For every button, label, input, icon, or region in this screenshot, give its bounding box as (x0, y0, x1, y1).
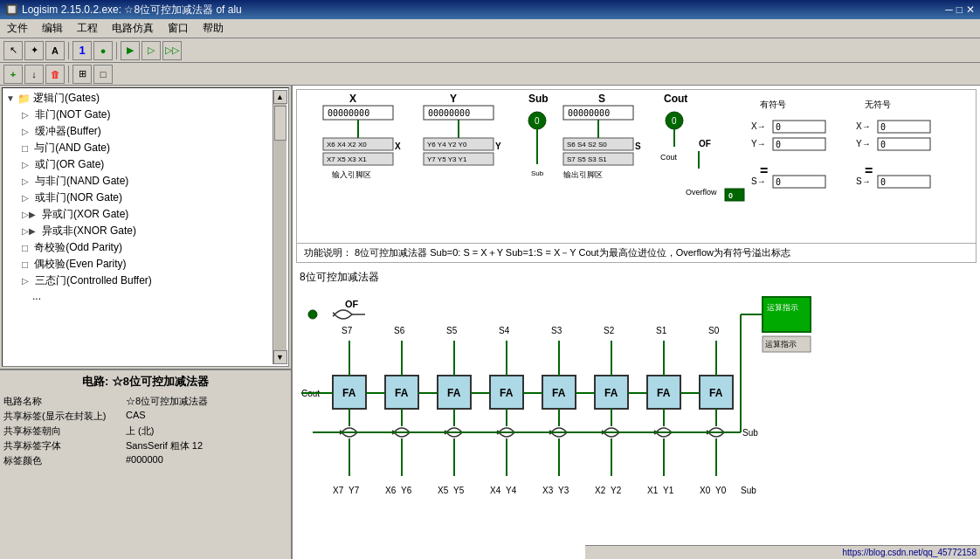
info-table: 电路名称 ☆8位可控加减法器 共享标签(显示在封装上) CAS 共享标签朝向 上… (3, 395, 287, 467)
circuit-info-title: 电路: ☆8位可控加减法器 (3, 374, 287, 390)
tool-text[interactable]: A (45, 41, 65, 60)
tree-item-not[interactable]: ▷ 非门(NOT Gate) (4, 107, 273, 123)
main-layout: ▼ 📁 逻辑门(Gates) ▷ 非门(NOT Gate) ▷ 缓冲器(Buff… (0, 86, 980, 559)
func-desc-text: 功能说明： 8位可控加减法器 Sub=0: S = X＋Y Sub=1:S = … (304, 247, 790, 258)
menu-file[interactable]: 文件 (3, 19, 31, 38)
info-label-0: 电路名称 (3, 395, 126, 408)
tree-item-and[interactable]: □ 与门(AND Gate) (4, 140, 273, 156)
tree-item-label-1: 缓冲器(Buffer) (35, 124, 101, 139)
circuit-title: 8位可控加减法器 (300, 270, 973, 285)
title-bar: 🔲 Logisim 2.15.0.2.exe: ☆8位可控加减法器 of alu… (0, 0, 980, 19)
x-pin-top: X6 X4 X2 X0 (327, 141, 367, 148)
fa5-label: FA (447, 387, 461, 399)
info-value-4: #000000 (126, 454, 163, 467)
close-btn[interactable]: ✕ (966, 3, 975, 16)
tree-root-icon: 📁 (17, 93, 31, 105)
s-label-right: S (635, 141, 641, 151)
bot-label-x7: X7 (333, 486, 344, 495)
btn-box[interactable]: □ (93, 65, 113, 84)
tree-item-tribuf[interactable]: ▷ 三态门(Controlled Buffer) (4, 273, 273, 289)
label-Cout: Cout (664, 93, 687, 105)
btn-delete[interactable]: 🗑 (45, 65, 65, 84)
menu-project[interactable]: 工程 (73, 19, 101, 38)
tool-input[interactable]: 1 (72, 41, 92, 60)
tree-item-xnor[interactable]: ▷▶ 异或非(XNOR Gate) (4, 223, 273, 239)
tool-pointer[interactable]: ↖ (3, 41, 23, 60)
main-circuit-container[interactable]: 8位可控加减法器 OF S7 S6 S5 S4 (296, 266, 977, 559)
scroll-track[interactable] (274, 104, 286, 350)
toolbar-1: ↖ ✦ A 1 ● ▶ ▷ ▷▷ (0, 38, 980, 63)
scroll-thumb[interactable] (274, 106, 286, 141)
bot-label-sub: Sub (741, 486, 756, 495)
top-diagram-svg: X 00000000 Y 00000000 Sub 0 S (297, 90, 961, 234)
tree-root[interactable]: ▼ 📁 逻辑门(Gates) (4, 90, 273, 107)
fa3-label: FA (552, 387, 566, 399)
func-desc: 功能说明： 8位可控加减法器 Sub=0: S = X＋Y Sub=1:S = … (297, 243, 976, 262)
fa4-label: FA (500, 387, 514, 399)
tree-root-label: 逻辑门(Gates) (33, 91, 100, 106)
tree-item-more[interactable]: ... (4, 289, 273, 303)
btn-add[interactable]: + (3, 65, 23, 84)
tree-item-xor[interactable]: ▷▶ 异或门(XOR Gate) (4, 206, 273, 223)
op-btn-label: 运算指示 (765, 340, 797, 349)
tree-item-nand[interactable]: ▷ 与非门(NAND Gate) (4, 173, 273, 190)
signed-label: 有符号 (760, 100, 786, 109)
menu-help[interactable]: 帮助 (199, 19, 227, 38)
info-label-1: 共享标签(显示在封装上) (3, 410, 126, 423)
label-S6: S6 (394, 326, 405, 335)
info-value-0: ☆8位可控加减法器 (126, 395, 208, 408)
tree-item-or[interactable]: ▷ 或门(OR Gate) (4, 156, 273, 173)
app-icon: 🔲 (5, 3, 18, 16)
sep-3 (68, 66, 69, 83)
tool-edit[interactable]: ✦ (24, 41, 44, 60)
tree-item-label-9: 偶校验(Even Parity) (34, 257, 126, 272)
label-S: S (598, 93, 605, 105)
tree-item-label-10: 三态门(Controlled Buffer) (35, 273, 152, 288)
tree-item-label-3: 或门(OR Gate) (35, 157, 104, 172)
tool-sim-3[interactable]: ▷▷ (162, 41, 182, 60)
tree-area[interactable]: ▼ 📁 逻辑门(Gates) ▷ 非门(NOT Gate) ▷ 缓冲器(Buff… (2, 87, 289, 367)
signed-x-val: 0 (776, 122, 781, 132)
unsigned-s-val: 0 (880, 177, 886, 187)
x-pin-bot: X7 X5 X3 X1 (327, 155, 367, 163)
tree-item-odd[interactable]: □ 奇校验(Odd Parity) (4, 239, 273, 256)
label-Sub: Sub (528, 93, 549, 105)
unsigned-y-val: 0 (880, 140, 886, 149)
tree-item-nor[interactable]: ▷ 或非门(NOR Gate) (4, 190, 273, 206)
btn-grid[interactable]: ⊞ (72, 65, 92, 84)
fa7-label: FA (342, 387, 356, 399)
status-url: https://blog.csdn.net/qq_45772158 (843, 548, 977, 557)
main-circuit-svg: OF S7 S6 S5 S4 S3 S2 S1 S0 (300, 288, 972, 559)
canvas-area[interactable]: X 00000000 Y 00000000 Sub 0 S (293, 86, 980, 559)
sep-1 (68, 42, 69, 59)
sep-2 (116, 42, 117, 59)
menu-edit[interactable]: 编辑 (38, 19, 66, 38)
info-row-2: 共享标签朝向 上 (北) (3, 424, 287, 438)
scroll-down[interactable]: ▼ (273, 350, 287, 364)
circuit-info-panel: 电路: ☆8位可控加减法器 电路名称 ☆8位可控加减法器 共享标签(显示在封装上… (0, 369, 291, 473)
scroll-up[interactable]: ▲ (273, 90, 287, 104)
tree-item-label-6: 异或门(XOR Gate) (42, 207, 128, 222)
output-pin-label: 输出引脚区 (563, 170, 603, 179)
fa6-label: FA (395, 387, 409, 399)
s-binary: 00000000 (568, 108, 610, 118)
info-row-3: 共享标签字体 SansSerif 粗体 12 (3, 439, 287, 452)
x-label-right: X (395, 141, 401, 151)
maximize-btn[interactable]: □ (956, 3, 963, 16)
op-indicator-label: 运算指示 (767, 303, 798, 312)
label-S7: S7 (342, 326, 353, 335)
tree-item-even[interactable]: □ 偶校验(Even Parity) (4, 256, 273, 273)
bot-label-y1: Y1 (663, 486, 674, 495)
tool-output[interactable]: ● (93, 41, 113, 60)
menu-window[interactable]: 窗口 (164, 19, 192, 38)
tool-sim-1[interactable]: ▶ (121, 41, 140, 60)
btn-down[interactable]: ↓ (24, 65, 44, 84)
minimize-btn[interactable]: ─ (945, 3, 953, 16)
tool-sim-2[interactable]: ▷ (141, 41, 161, 60)
tree-scrollbar[interactable]: ▲ ▼ (273, 90, 286, 364)
menu-simulate[interactable]: 电路仿真 (108, 19, 157, 38)
tree-item-buffer[interactable]: ▷ 缓冲器(Buffer) (4, 123, 273, 140)
bot-label-x3: X3 (542, 486, 554, 495)
y-pin-bot: Y7 Y5 Y3 Y1 (427, 155, 467, 163)
label-S2: S2 (604, 326, 615, 335)
